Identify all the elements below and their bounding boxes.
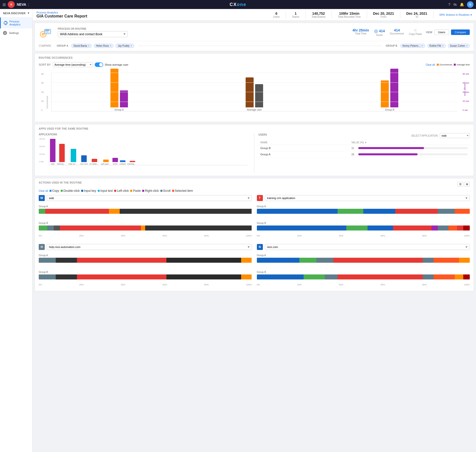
- help-icon[interactable]: ?: [448, 2, 450, 6]
- table-row: Group A 28: [258, 151, 470, 158]
- breadcrumb-title: Process Analytics GIA Customer Care Repo…: [36, 11, 87, 18]
- toggle-container: Show average user: [95, 62, 128, 67]
- mini-bar-crm: training crm...: [57, 144, 67, 165]
- actions-link[interactable]: 69% Actions in Routines ▾: [440, 13, 472, 16]
- stat-actions-routines[interactable]: 69% Actions in Routines ▾: [440, 13, 472, 16]
- nice-group-b-row: Group B: [257, 271, 470, 279]
- view-compare-btn[interactable]: Compare: [451, 29, 470, 35]
- mini-bar-spth: spth.gob.es: [101, 160, 111, 165]
- chevron-icon: ▾: [28, 11, 29, 15]
- users-table: NAME VALUE (%) ▾: [258, 140, 470, 158]
- crm-select[interactable]: training crm application: [265, 195, 470, 201]
- view-users-btn[interactable]: Users: [434, 29, 449, 35]
- tag-jay[interactable]: Jay Puddy ×: [115, 44, 134, 48]
- mini-chart-wrapper: 30.0% 20.0% 10.0% 0.0% wab: [39, 138, 250, 173]
- mini-bar-nicecom: nice.com: [80, 155, 88, 165]
- sort-select[interactable]: Average time (ascending) Average time (d…: [53, 62, 93, 67]
- mini-bar-outlook: outlook: [119, 160, 126, 165]
- y-axis-left-title: Occurrences: [46, 96, 48, 109]
- routine-occurrences-section: ROUTINE OCCURRENCES SORT BY Average time…: [34, 53, 474, 122]
- page-header: Process Analytics GIA Customer Care Repo…: [32, 9, 476, 21]
- select-app-label: SELECT APPLICATION: [411, 134, 438, 137]
- wab-group-b-row: Group B: [39, 222, 252, 230]
- svg-text:⏱: ⏱: [42, 33, 44, 35]
- tag-helen[interactable]: Helen Ross ×: [94, 44, 114, 48]
- process-illustration: ⏱: [39, 26, 54, 38]
- app-name: NEVA: [17, 2, 26, 6]
- sidebar-item-settings[interactable]: ⚙ Settings: [0, 28, 32, 37]
- help-group-a-bar: [39, 258, 252, 263]
- bar-chart: Group A Average user: [51, 73, 457, 111]
- grid-view-btn[interactable]: ⊞: [464, 182, 470, 187]
- crm-group-a-row: Group A: [257, 205, 470, 214]
- help-select[interactable]: help.nice-automation.com: [47, 244, 252, 250]
- applications-label: APPLICATIONS: [39, 133, 250, 136]
- nice-group-a-bar: [257, 258, 470, 263]
- crm-icon: T: [257, 195, 263, 201]
- breadcrumb[interactable]: Process Analytics: [36, 11, 87, 14]
- process-icon: 📊: [4, 21, 7, 25]
- clear-all-btn[interactable]: Clear all: [426, 63, 435, 66]
- bar-group-b-occurrences: [381, 80, 389, 107]
- sidebar-item-label: Settings: [9, 31, 19, 34]
- stat-recorded-time: 109hr 15min Total Recorded Time: [338, 11, 361, 18]
- actions-section: ACTIONS USED IN THE ROUTINE ☰ ⊞ Clear al…: [34, 178, 474, 291]
- legend-avg-time: Average time: [454, 63, 470, 66]
- app-select[interactable]: wab: [440, 133, 470, 138]
- crm-group-a-bar: [257, 209, 470, 214]
- y-axis-right-title: Average Time: [464, 82, 466, 96]
- mini-bar-wiki: en.wikipedia...: [89, 159, 99, 165]
- wab-select[interactable]: wab: [47, 195, 252, 201]
- header-stats: 6 Users 1 Teams 140,752 Total Actions 10…: [273, 11, 472, 18]
- stacked-panels-grid: W wab Group A: [39, 195, 470, 288]
- tag-kenny[interactable]: Kenny Peterm... ×: [400, 44, 425, 48]
- users-label: USERS: [258, 133, 267, 136]
- tag-ruthie[interactable]: Ruthie Pitt ×: [427, 44, 446, 48]
- process-select[interactable]: WAB Address and contact Book: [58, 31, 128, 37]
- actions-legend-row: Clear all Copy Double-click Input key In…: [39, 189, 470, 193]
- nice-x-axis: 0%20%40%60%80%100%: [257, 283, 470, 286]
- stat-users: 6 Users: [273, 11, 280, 18]
- bar-chart-wrapper: Occurrences 80 60 40 20 0 80 sec 60 sec: [39, 70, 470, 119]
- table-row: Group B 31: [258, 145, 470, 151]
- legend: Occurrences Average time: [437, 63, 470, 66]
- help-icon: H: [39, 244, 45, 250]
- nice-select[interactable]: nice.com: [265, 244, 470, 250]
- col-name: NAME: [258, 140, 349, 145]
- mini-bar-training2: training crm...: [127, 161, 137, 165]
- grid-icon[interactable]: ⊞: [2, 2, 6, 7]
- apps-section: APPS USED FOR THE SAME ROUTINE APPLICATI…: [34, 124, 474, 176]
- tag-david[interactable]: David Bania ×: [71, 44, 92, 48]
- bar-label-group-a: Group A: [114, 108, 124, 111]
- tag-susan[interactable]: Susan Cohen ×: [448, 44, 470, 48]
- apps-users-row: APPLICATIONS 30.0% 20.0% 10.0% 0.0%: [39, 133, 470, 173]
- sidebar-discover[interactable]: NEVA DISCOVER ▾: [0, 9, 32, 17]
- wab-x-axis: 0%20%40%60%80%100%: [39, 234, 252, 237]
- actions-header: ACTIONS USED IN THE ROUTINE ☰ ⊞: [39, 181, 470, 187]
- actions-clear-all[interactable]: Clear all: [39, 190, 48, 192]
- help-group-b-row: Group B: [39, 271, 252, 279]
- stat-teams: 1 Teams: [292, 11, 299, 18]
- wab-icon: W: [39, 195, 45, 201]
- help-dropdown-row: H help.nice-automation.com: [39, 244, 252, 250]
- show-avg-toggle[interactable]: [95, 62, 103, 67]
- bell-icon[interactable]: 🔔: [460, 2, 464, 6]
- process-info: PROCESS OR ROUTINE WAB Address and conta…: [58, 27, 344, 37]
- nice-group-a-row: Group A: [257, 254, 470, 263]
- list-view-btn[interactable]: ☰: [458, 182, 463, 187]
- legend-occurrences: Occurrences: [437, 63, 452, 66]
- store-icon[interactable]: 🛍: [453, 2, 457, 6]
- pstat-score: ◎ 414 Score: [374, 28, 385, 36]
- mini-bar-chart: wab training crm... help.nice-au...: [49, 140, 248, 165]
- svg-rect-3: [45, 31, 48, 31]
- sort-row: SORT BY Average time (ascending) Average…: [39, 62, 470, 67]
- svg-rect-2: [45, 30, 49, 30]
- process-label: PROCESS OR ROUTINE: [58, 27, 344, 30]
- user-avatar[interactable]: N: [467, 1, 474, 8]
- view-section: VIEW Users Compare: [426, 29, 470, 35]
- bar-group-a-avgtime: [120, 90, 128, 107]
- stat-to: Dec 24, 2021 To: [406, 11, 427, 18]
- row-value: 28: [349, 151, 470, 158]
- sidebar-item-process-analytics[interactable]: 📊 Process Analytics: [0, 17, 32, 28]
- row-value: 31: [349, 145, 470, 151]
